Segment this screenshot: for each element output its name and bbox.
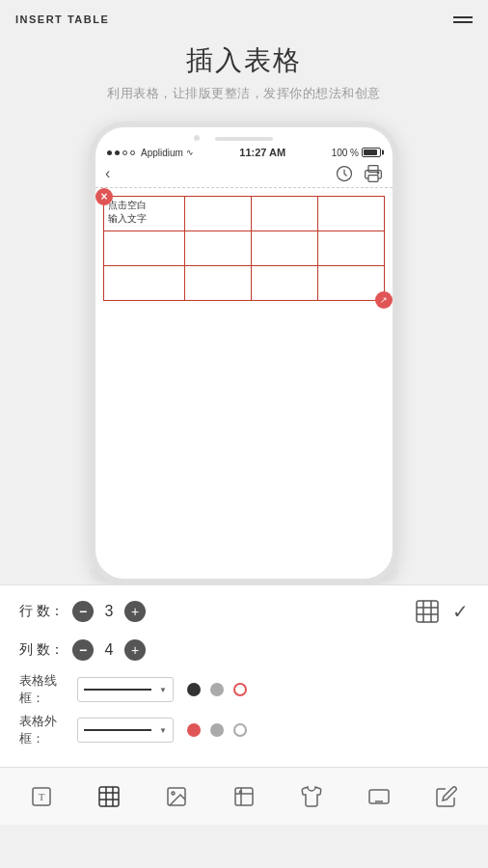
table-toolbar-button[interactable] bbox=[92, 779, 126, 814]
svg-rect-15 bbox=[99, 787, 119, 806]
border-color-red[interactable] bbox=[233, 683, 247, 696]
svg-rect-5 bbox=[368, 166, 378, 173]
signal-dot-2 bbox=[115, 150, 120, 155]
image2-toolbar-button[interactable] bbox=[227, 779, 261, 814]
table-cell[interactable] bbox=[318, 231, 385, 266]
bottom-toolbar: T bbox=[0, 767, 488, 825]
border-color-dots bbox=[187, 683, 247, 696]
svg-rect-6 bbox=[368, 176, 378, 182]
border-line-row: 表格线框： ▼ bbox=[19, 674, 469, 705]
page-title: 插入表格 bbox=[0, 42, 488, 79]
confirm-button[interactable]: ✓ bbox=[452, 600, 469, 623]
battery-fill bbox=[364, 149, 377, 155]
rows-control-row: 行 数： − 3 + ✓ bbox=[19, 597, 469, 626]
table-cell[interactable] bbox=[252, 266, 318, 301]
border-color-black[interactable] bbox=[187, 683, 201, 696]
cols-decrement-button[interactable]: − bbox=[72, 639, 94, 661]
cols-value: 4 bbox=[101, 641, 117, 659]
rows-value: 3 bbox=[101, 603, 117, 620]
table-row bbox=[104, 231, 385, 266]
table-cell[interactable] bbox=[318, 266, 385, 301]
table-cell[interactable] bbox=[104, 231, 185, 266]
outline-line-row: 表格外框： ▼ bbox=[19, 715, 469, 746]
phone-frame: Applidium ∿ 11:27 AM 100 % ‹ bbox=[90, 122, 398, 584]
border-line-selector[interactable]: ▼ bbox=[77, 677, 174, 702]
outline-color-light[interactable] bbox=[233, 723, 247, 737]
signal-dot-4 bbox=[130, 150, 135, 155]
insert-table-icon-button[interactable] bbox=[414, 598, 441, 625]
table-container[interactable]: × 点击空白输入文字 bbox=[103, 196, 385, 301]
delete-table-button[interactable]: × bbox=[95, 188, 113, 205]
toolbar-icons bbox=[335, 164, 383, 183]
edit-toolbar-button[interactable] bbox=[429, 779, 464, 814]
svg-point-7 bbox=[377, 172, 379, 174]
rows-stepper: − 3 + bbox=[72, 601, 146, 622]
border-label: 表格线框： bbox=[19, 672, 77, 707]
cols-label: 列 数： bbox=[19, 641, 72, 659]
top-nav: INSERT TABLE bbox=[0, 0, 488, 33]
outline-line-selector[interactable]: ▼ bbox=[77, 718, 174, 743]
page-header-title: INSERT TABLE bbox=[15, 14, 109, 25]
status-bar: Applidium ∿ 11:27 AM 100 % bbox=[95, 141, 393, 160]
print-icon[interactable] bbox=[364, 164, 383, 183]
carrier-name: Applidium bbox=[141, 148, 183, 158]
outline-color-red-selected[interactable] bbox=[187, 723, 201, 737]
svg-rect-8 bbox=[417, 601, 438, 622]
keyboard-toolbar-button[interactable] bbox=[362, 779, 396, 814]
table-cell[interactable] bbox=[318, 197, 385, 231]
outline-label: 表格外框： bbox=[19, 713, 77, 747]
bottom-panel: 行 数： − 3 + ✓ 列 数： − 4 + bbox=[0, 584, 488, 767]
table-cell[interactable] bbox=[104, 266, 185, 301]
image-toolbar-button[interactable] bbox=[159, 779, 194, 814]
menu-line-1 bbox=[453, 16, 473, 18]
cols-increment-button[interactable]: + bbox=[124, 639, 146, 661]
outline-color-gray[interactable] bbox=[210, 723, 224, 737]
phone-mockup: Applidium ∿ 11:27 AM 100 % ‹ bbox=[0, 122, 488, 584]
cols-control-row: 列 数： − 4 + bbox=[19, 636, 469, 665]
svg-point-21 bbox=[172, 792, 175, 795]
table-row: 点击空白输入文字 bbox=[104, 197, 385, 231]
page-subtitle: 利用表格，让排版更整洁，发挥你的想法和创意 bbox=[0, 85, 488, 102]
back-button[interactable]: ‹ bbox=[105, 165, 110, 182]
rows-increment-button[interactable]: + bbox=[124, 601, 146, 622]
cols-stepper: − 4 + bbox=[72, 639, 146, 661]
menu-line-2 bbox=[453, 21, 473, 23]
battery-percent: 100 % bbox=[332, 148, 359, 158]
table-cell[interactable]: 点击空白输入文字 bbox=[104, 197, 185, 231]
status-left: Applidium ∿ bbox=[107, 148, 194, 158]
menu-button[interactable] bbox=[453, 16, 473, 23]
battery-icon bbox=[362, 148, 381, 157]
clock-icon[interactable] bbox=[335, 164, 354, 183]
resize-table-button[interactable]: ↗ bbox=[375, 291, 393, 309]
text-toolbar-button[interactable]: T bbox=[24, 779, 59, 814]
svg-rect-22 bbox=[235, 788, 253, 805]
table-cell[interactable] bbox=[185, 266, 252, 301]
shirt-toolbar-button[interactable] bbox=[294, 779, 329, 814]
outline-dropdown-arrow: ▼ bbox=[159, 726, 167, 735]
signal-dot-1 bbox=[107, 150, 112, 155]
status-time: 11:27 AM bbox=[239, 147, 285, 158]
status-right: 100 % bbox=[332, 148, 381, 158]
table-row bbox=[104, 266, 385, 301]
border-color-gray[interactable] bbox=[210, 683, 224, 696]
table-cell[interactable] bbox=[252, 231, 318, 266]
phone-toolbar: ‹ bbox=[95, 160, 393, 188]
cell-placeholder: 点击空白输入文字 bbox=[108, 199, 180, 226]
table-cell[interactable] bbox=[185, 197, 252, 231]
outline-color-dots bbox=[187, 723, 247, 737]
rows-label: 行 数： bbox=[19, 603, 72, 620]
border-dropdown-arrow: ▼ bbox=[159, 686, 167, 694]
table-cell[interactable] bbox=[185, 231, 252, 266]
rows-decrement-button[interactable]: − bbox=[72, 601, 94, 622]
page-title-section: 插入表格 利用表格，让排版更整洁，发挥你的想法和创意 bbox=[0, 42, 488, 102]
editable-table[interactable]: 点击空白输入文字 bbox=[103, 196, 385, 301]
signal-dot-3 bbox=[122, 150, 127, 155]
svg-text:T: T bbox=[39, 791, 45, 802]
wifi-icon: ∿ bbox=[186, 148, 194, 157]
border-line-preview bbox=[84, 689, 151, 691]
table-cell[interactable] bbox=[252, 197, 318, 231]
outline-line-preview bbox=[84, 729, 151, 731]
